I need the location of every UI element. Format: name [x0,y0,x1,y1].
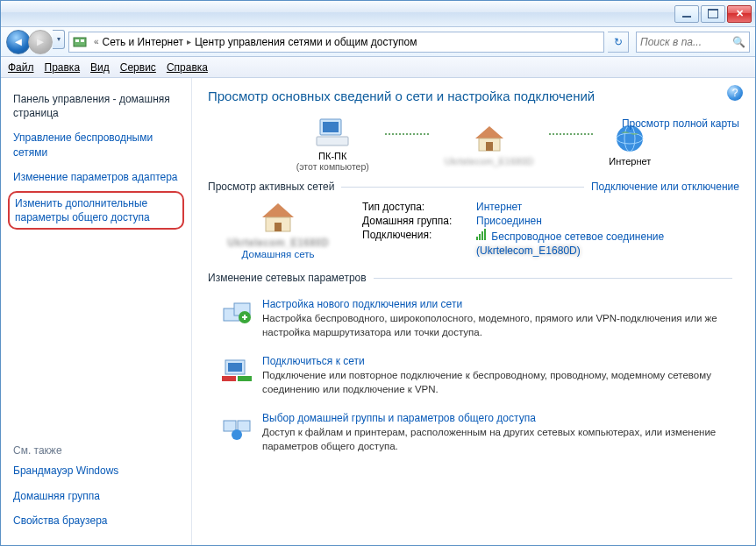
page-title: Просмотр основных сведений о сети и наст… [208,89,739,103]
sidebar-adapter[interactable]: Изменение параметров адаптера [13,167,179,191]
sidebar-advanced-highlight: Изменить дополнительные параметры общего… [8,191,184,230]
svg-rect-22 [224,421,236,431]
menu-file[interactable]: Файл [8,61,34,74]
option-description: Подключение или повторное подключение к … [262,369,739,396]
window: ◄ ► ▾ « Сеть и Интернет ▸ Центр управлен… [0,0,756,546]
svg-rect-23 [238,421,250,431]
navbar: ◄ ► ▾ « Сеть и Интернет ▸ Центр управлен… [1,27,755,57]
section-title: Просмотр активных сетей [208,181,334,193]
computer-icon [313,116,352,151]
sidebar-advanced[interactable]: Изменить дополнительные параметры общего… [15,196,177,224]
svg-marker-12 [262,203,294,217]
sidebar-browser[interactable]: Свойства браузера [13,510,179,535]
help-icon[interactable]: ? [727,85,743,101]
chevron-right-icon: ▸ [183,37,195,46]
svg-rect-2 [81,39,84,42]
settings-header: Изменение сетевых параметров [208,272,739,284]
section-title: Изменение сетевых параметров [208,272,367,284]
homegroup-icon [222,412,252,442]
option-description: Доступ к файлам и принтерам, расположенн… [262,426,739,453]
svg-rect-14 [275,223,282,231]
active-networks-header: Просмотр активных сетей Подключение или … [208,181,739,193]
body: Панель управления - домашняя страница Уп… [1,78,755,545]
svg-rect-1 [75,39,79,42]
network-type-link[interactable]: Домашняя сеть [208,249,348,259]
close-button[interactable] [727,5,752,23]
sidebar-home[interactable]: Панель управления - домашняя страница [13,89,179,127]
node-label: Ukrtelecom_E1680D [445,156,534,167]
connections-label: Подключения: [362,229,476,243]
option-homegroup: Выбор домашней группы и параметров общег… [208,405,739,462]
network-identity: Ukrtelecom_E1680D Домашняя сеть [208,200,348,259]
connect-disconnect-link[interactable]: Подключение или отключение [591,181,739,193]
menu-edit[interactable]: Правка [45,61,81,74]
new-connection-icon [222,298,252,328]
search-icon[interactable]: 🔍 [732,36,745,48]
node-label: ПК-ПК [296,151,369,161]
svg-rect-4 [323,122,339,132]
house-icon [470,121,509,156]
content: ? Просмотр основных сведений о сети и на… [192,78,755,545]
connection-line-icon [385,133,429,135]
sidebar: Панель управления - домашняя страница Уп… [1,78,192,545]
sidebar-firewall[interactable]: Брандмауэр Windows [13,460,179,485]
refresh-button[interactable]: ↻ [608,32,629,53]
breadcrumb-item[interactable]: Центр управления сетями и общим доступом [195,36,417,48]
see-also-heading: См. также [13,441,179,460]
nav-history-dropdown[interactable]: ▾ [53,30,65,49]
menu-help[interactable]: Справка [167,61,208,74]
nav-buttons: ◄ ► ▾ [6,30,65,54]
network-diagram: Просмотр полной карты ПК-ПК (этот компью… [208,116,739,172]
option-description: Настройка беспроводного, широкополосного… [262,312,739,339]
signal-icon [476,229,486,240]
option-title-link[interactable]: Настройка нового подключения или сети [262,298,739,310]
house-icon [259,200,297,233]
node-sublabel: (этот компьютер) [296,161,369,172]
breadcrumb-item[interactable]: Сеть и Интернет [103,36,183,48]
network-name: Ukrtelecom_E1680D [208,237,348,249]
access-type-value[interactable]: Интернет [476,201,522,213]
svg-marker-6 [475,126,503,138]
svg-rect-5 [317,137,348,145]
maximize-button[interactable] [701,5,725,23]
svg-rect-21 [238,376,252,381]
menu-view[interactable]: Вид [90,61,110,74]
control-panel-icon [73,35,87,49]
full-map-link[interactable]: Просмотр полной карты [622,117,739,130]
forward-button: ► [28,30,53,54]
option-title-link[interactable]: Выбор домашней группы и параметров общег… [262,412,739,424]
sidebar-wireless[interactable]: Управление беспроводными сетями [13,127,179,166]
sidebar-homegroup[interactable]: Домашняя группа [13,486,179,510]
node-router[interactable]: Ukrtelecom_E1680D [445,121,534,167]
connect-network-icon [222,355,252,385]
access-type-label: Тип доступа: [362,201,476,213]
connection-line-icon [549,133,593,135]
svg-rect-19 [228,363,242,372]
node-pc[interactable]: ПК-ПК (этот компьютер) [296,116,369,172]
svg-point-24 [232,429,242,440]
menu-service[interactable]: Сервис [120,61,156,74]
chevron-icon: « [90,37,103,46]
svg-rect-8 [486,142,493,151]
node-label: Интернет [609,156,651,167]
option-new-connection: Настройка нового подключения или сети На… [208,291,739,348]
option-title-link[interactable]: Подключиться к сети [262,355,739,367]
connection-ssid[interactable]: (Ukrtelecom_E1680D) [476,245,581,257]
active-network: Ukrtelecom_E1680D Домашняя сеть Тип дост… [208,200,739,259]
option-connect-network: Подключиться к сети Подключение или повт… [208,348,739,405]
svg-rect-20 [222,376,236,381]
search-input[interactable] [640,36,732,48]
homegroup-value[interactable]: Присоединен [476,215,542,227]
breadcrumb[interactable]: « Сеть и Интернет ▸ Центр управления сет… [68,32,604,53]
connections-value[interactable]: Беспроводное сетевое соединение [476,229,664,243]
back-button[interactable]: ◄ [6,30,31,54]
minimize-button[interactable] [674,5,699,23]
homegroup-label: Домашняя группа: [362,215,476,227]
menubar: Файл Правка Вид Сервис Справка [1,57,755,78]
titlebar [1,1,755,27]
network-details: Тип доступа: Интернет Домашняя группа: П… [362,200,739,259]
search-box[interactable]: 🔍 [636,32,750,53]
